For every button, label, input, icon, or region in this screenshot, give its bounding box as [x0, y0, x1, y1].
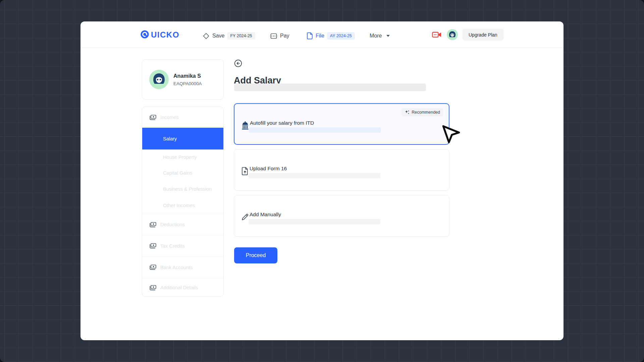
sidebar-item-house-property[interactable]: House Property [142, 149, 223, 165]
sidebar-item-deductions[interactable]: Deductions [142, 214, 223, 235]
sidebar-item-capital-gains[interactable]: Capital Gains [142, 165, 223, 181]
sidebar-item-business-profession[interactable]: Business & Profession [142, 181, 223, 197]
sidebar-item-salary[interactable]: Salary [142, 128, 223, 149]
upload-form-icon [240, 166, 250, 176]
save-icon [203, 33, 210, 40]
quicko-logo-icon [140, 30, 149, 40]
back-icon[interactable] [234, 59, 242, 67]
save-label: Save [212, 33, 224, 39]
cash-icon [150, 285, 156, 291]
sidebar-item-label: Bank Accounts [160, 265, 193, 270]
option-label: Upload Form 16 [250, 166, 287, 172]
file-label: File [316, 33, 324, 39]
profile-name: Anamika S [173, 73, 202, 79]
ay-badge: AY 2024-25 [327, 32, 355, 40]
cash-icon [150, 222, 156, 228]
sidebar-item-label: Deductions [160, 222, 185, 227]
cash-icon [150, 264, 156, 270]
app-window: UICKO Save FY 2024-25 [80, 21, 564, 340]
pay-menu[interactable]: Pay [270, 31, 289, 41]
profile-pan: EAQPA0000A [173, 81, 202, 86]
sidebar-item-incomes[interactable]: Incomes [142, 107, 223, 128]
bank-icon [240, 120, 250, 131]
option-label: Autofill your salary from ITD [250, 120, 314, 126]
option-card-add-manually[interactable]: Add Manually [234, 195, 449, 237]
sidebar-item-label: Incomes [160, 115, 179, 120]
upgrade-plan-button[interactable]: Upgrade Plan [463, 29, 503, 41]
option-card-autofill-itd[interactable]: Recommended Autofill your salary from IT… [234, 103, 449, 145]
sidebar-item-bank-accounts[interactable]: Bank Accounts [142, 256, 223, 278]
desktop-background: UICKO Save FY 2024-25 [0, 0, 644, 362]
sparkle-icon [405, 110, 410, 115]
cash-icon [150, 115, 156, 120]
option-skeleton [249, 127, 381, 133]
save-menu[interactable]: Save FY 2024-25 [203, 31, 255, 41]
fy-badge: FY 2024-25 [227, 32, 255, 40]
recommended-label: Recommended [412, 110, 440, 115]
sidebar-item-label: Additional Details [160, 285, 198, 290]
pay-label: Pay [280, 33, 289, 39]
user-avatar-icon[interactable] [447, 29, 458, 40]
profile-card: Anamika S EAQPA0000A [142, 59, 224, 100]
sidebar-item-other-incomes[interactable]: Other Incomes [142, 197, 223, 214]
file-icon [307, 32, 313, 40]
option-card-upload-form16[interactable]: Upload Form 16 [234, 149, 449, 191]
sidebar-nav: Incomes Salary House Property Capital Ga… [142, 107, 224, 297]
proceed-button[interactable]: Proceed [234, 247, 277, 263]
more-menu[interactable]: More [370, 31, 390, 41]
quicko-logo[interactable]: UICKO [140, 29, 179, 40]
sidebar-item-additional-details[interactable]: Additional Details [142, 278, 223, 297]
pencil-icon [240, 212, 250, 222]
logo-text: UICKO [151, 31, 179, 39]
pay-icon [270, 33, 277, 39]
chevron-down-icon [386, 35, 390, 37]
more-label: More [370, 33, 382, 39]
file-menu[interactable]: File AY 2024-25 [307, 31, 355, 41]
app-header: UICKO Save FY 2024-25 [80, 21, 564, 48]
sidebar-item-tax-credits[interactable]: Tax Credits [142, 235, 223, 256]
loading-skeleton [234, 83, 426, 91]
option-skeleton [249, 219, 380, 224]
cash-icon [150, 243, 156, 249]
profile-avatar [149, 70, 169, 89]
option-label: Add Manually [250, 212, 281, 218]
option-skeleton [249, 173, 380, 178]
sidebar-item-label: Tax Credits [160, 243, 185, 249]
video-camera-icon[interactable] [432, 32, 441, 38]
recommended-badge: Recommended [401, 108, 443, 116]
